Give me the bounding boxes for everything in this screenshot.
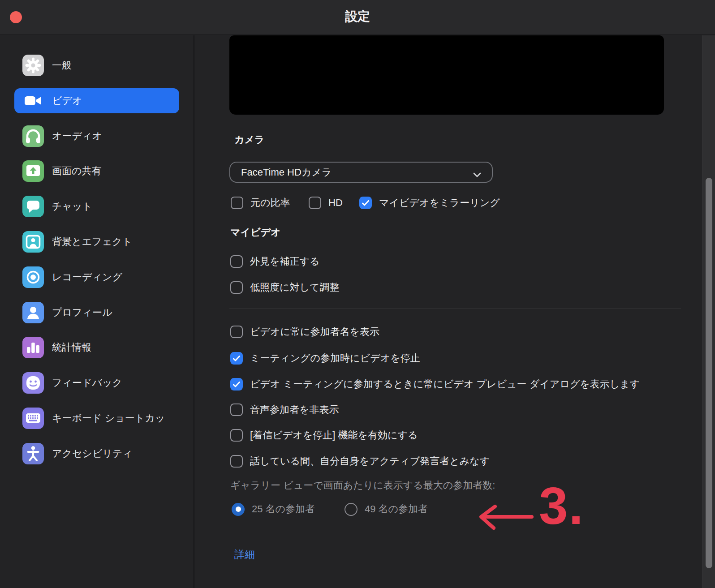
checkbox-box bbox=[230, 403, 243, 416]
radio-button bbox=[345, 503, 358, 516]
sidebar-item-label: ビデオ bbox=[52, 96, 82, 106]
radio-label: 49 名の参加者 bbox=[365, 504, 428, 514]
sidebar-item-video[interactable]: ビデオ bbox=[14, 88, 179, 113]
screen-share-icon bbox=[22, 160, 44, 182]
headphones-icon bbox=[22, 125, 44, 147]
sidebar-item-label: プロフィール bbox=[52, 308, 112, 318]
checkbox-box bbox=[230, 429, 243, 442]
gallery-view-label: ギャラリー ビューで画面あたりに表示する最大の参加者数: bbox=[230, 480, 495, 491]
sidebar-item-recording[interactable]: レコーディング bbox=[14, 265, 179, 290]
section-divider bbox=[229, 309, 681, 309]
checkbox-enable-stop-incoming-video[interactable]: [着信ビデオを停止] 機能を有効にする bbox=[230, 429, 418, 442]
sidebar-item-keyboard-shortcuts[interactable]: キーボード ショートカッ bbox=[14, 406, 179, 431]
camera-select-value: FaceTime HDカメラ bbox=[241, 167, 332, 177]
checkbox-mirror-my-video[interactable]: マイビデオをミラーリング bbox=[359, 196, 500, 210]
checkbox-stop-video-when-joining[interactable]: ミーティングの参加時にビデオを停止 bbox=[230, 352, 420, 365]
checkbox-label: 外見を補正する bbox=[250, 255, 320, 268]
sidebar-item-background-effects[interactable]: 背景とエフェクト bbox=[14, 229, 179, 254]
sidebar-item-accessibility[interactable]: アクセシビリティ bbox=[14, 441, 179, 466]
sidebar-item-screen-share[interactable]: 画面の共有 bbox=[14, 159, 179, 184]
sidebar-item-label: チャット bbox=[52, 202, 92, 211]
checkbox-label: ビデオに常に参加者名を表示 bbox=[250, 326, 379, 338]
checkbox-adjust-low-light[interactable]: 低照度に対して調整 bbox=[230, 281, 340, 294]
sidebar-item-audio[interactable]: オーディオ bbox=[14, 124, 179, 149]
scrollbar-thumb[interactable] bbox=[706, 178, 712, 568]
sidebar-item-label: アクセシビリティ bbox=[52, 449, 133, 459]
checkbox-label: [着信ビデオを停止] 機能を有効にする bbox=[250, 429, 418, 442]
annotation-number: 3. bbox=[539, 480, 584, 532]
annotation-arrow-icon bbox=[473, 502, 535, 534]
checkbox-box bbox=[230, 378, 243, 391]
camera-heading: カメラ bbox=[234, 135, 265, 145]
checkbox-box bbox=[230, 326, 243, 338]
sidebar-item-label: 画面の共有 bbox=[52, 166, 102, 176]
sidebar-item-label: 一般 bbox=[52, 60, 72, 70]
background-effects-icon bbox=[22, 231, 44, 253]
radio-49-participants[interactable]: 49 名の参加者 bbox=[345, 502, 428, 516]
checkbox-always-show-video-preview-dialog[interactable]: ビデオ ミーティングに参加するときに常にビデオ プレビュー ダイアログを表示しま… bbox=[230, 378, 640, 391]
sidebar-item-feedback[interactable]: フィードバック bbox=[14, 370, 179, 395]
sidebar-item-general[interactable]: 一般 bbox=[14, 53, 179, 78]
checkbox-label: 低照度に対して調整 bbox=[250, 281, 340, 294]
checkbox-always-display-participant-names[interactable]: ビデオに常に参加者名を表示 bbox=[230, 325, 379, 339]
checkbox-touch-up-appearance[interactable]: 外見を補正する bbox=[230, 255, 320, 268]
my-video-heading: マイビデオ bbox=[230, 227, 281, 237]
checkbox-hd[interactable]: HD bbox=[309, 196, 343, 210]
sidebar-item-profile[interactable]: プロフィール bbox=[14, 300, 179, 325]
sidebar-item-label: フィードバック bbox=[52, 378, 122, 388]
statistics-icon bbox=[22, 337, 44, 358]
scrollbar-track[interactable] bbox=[702, 35, 715, 588]
chat-icon bbox=[22, 196, 44, 217]
accessibility-icon bbox=[22, 443, 44, 464]
checkbox-hide-non-video-participants[interactable]: 音声参加者を非表示 bbox=[230, 403, 339, 416]
checkbox-label: HD bbox=[328, 197, 343, 209]
sidebar-item-label: キーボード ショートカッ bbox=[52, 413, 165, 423]
checkbox-label: 元の比率 bbox=[250, 197, 290, 209]
radio-button bbox=[232, 503, 245, 516]
record-icon bbox=[22, 266, 44, 288]
radio-25-participants[interactable]: 25 名の参加者 bbox=[232, 502, 315, 516]
radio-label: 25 名の参加者 bbox=[252, 504, 315, 514]
sidebar-item-label: オーディオ bbox=[52, 131, 102, 141]
gear-icon bbox=[22, 55, 44, 76]
profile-icon bbox=[22, 302, 44, 323]
checkbox-spotlight-when-speaking[interactable]: 話している間、自分自身をアクティブ発言者とみなす bbox=[230, 455, 490, 468]
sidebar-item-label: 統計情報 bbox=[52, 343, 91, 352]
checkbox-label: マイビデオをミラーリング bbox=[379, 197, 500, 209]
checkbox-box bbox=[230, 255, 243, 268]
video-preview bbox=[229, 35, 664, 115]
camera-select[interactable]: FaceTime HDカメラ bbox=[229, 162, 493, 183]
window-title: 設定 bbox=[0, 10, 715, 23]
checkbox-box bbox=[230, 352, 243, 365]
checkbox-box bbox=[309, 197, 321, 209]
sidebar: 一般 ビデオ オーディオ bbox=[0, 35, 194, 588]
titlebar: 設定 bbox=[0, 0, 715, 35]
video-camera-icon bbox=[22, 90, 44, 112]
checkbox-label: ミーティングの参加時にビデオを停止 bbox=[250, 352, 420, 365]
feedback-icon bbox=[22, 372, 44, 394]
checkbox-box bbox=[230, 281, 243, 294]
checkbox-box bbox=[230, 455, 243, 468]
sidebar-item-label: レコーディング bbox=[52, 272, 122, 282]
settings-window: 設定 一般 bbox=[0, 0, 715, 588]
sidebar-item-chat[interactable]: チャット bbox=[14, 194, 179, 219]
checkbox-label: ビデオ ミーティングに参加するときに常にビデオ プレビュー ダイアログを表示しま… bbox=[250, 378, 640, 391]
checkbox-label: 音声参加者を非表示 bbox=[250, 403, 339, 416]
checkbox-box bbox=[231, 197, 243, 209]
sidebar-item-label: 背景とエフェクト bbox=[52, 237, 132, 247]
chevron-down-icon bbox=[473, 171, 481, 179]
sidebar-item-statistics[interactable]: 統計情報 bbox=[14, 335, 179, 360]
checkbox-original-ratio[interactable]: 元の比率 bbox=[231, 196, 290, 210]
advanced-link[interactable]: 詳細 bbox=[234, 549, 255, 560]
checkbox-label: 話している間、自分自身をアクティブ発言者とみなす bbox=[250, 455, 490, 468]
checkbox-box bbox=[359, 197, 372, 209]
keyboard-icon bbox=[22, 408, 44, 429]
